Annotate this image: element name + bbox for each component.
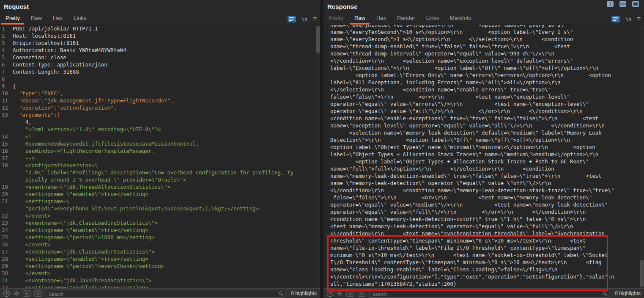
code-line: <\/selection>\r\n <condition name=\"enab… bbox=[330, 86, 644, 93]
code-line: 17 --> bbox=[2, 155, 320, 162]
code-line: operator=\"equal\" value=\"full\"\/>\r\n… bbox=[330, 208, 644, 215]
code-line: <option label=\"Object Types + Allocatio… bbox=[330, 158, 644, 165]
code-line: 2Host: localhost:8161 bbox=[2, 32, 320, 39]
code-line: 21 <settingname=\ bbox=[2, 198, 320, 205]
code-line: 22 </event> bbox=[2, 212, 320, 219]
code-line: pically around 2 % overhead.\" provider=… bbox=[2, 176, 320, 183]
response-editor[interactable]: name=\"everyMinute\">60 s<\/option>\r\n … bbox=[323, 25, 644, 288]
wrap-lines-icon[interactable] bbox=[288, 16, 296, 22]
tab-pretty[interactable]: Pretty bbox=[0, 13, 25, 25]
line-number: 30 bbox=[2, 270, 13, 277]
tab-markinfo[interactable]: MarkInfo bbox=[444, 13, 477, 25]
line-number: 22 bbox=[2, 212, 13, 219]
request-editor[interactable]: 1POST /api/jolokia/ HTTP/1.12Host: local… bbox=[0, 25, 320, 288]
line-number: 9 bbox=[2, 83, 13, 90]
line-number: 8 bbox=[2, 75, 13, 83]
highlights-count: 0 highlights bbox=[289, 290, 317, 296]
code-line: <\/condition>\r\n <text name=\"synchroni… bbox=[330, 230, 644, 237]
show-newlines-icon[interactable]: \n bbox=[301, 17, 307, 22]
line-number: 14 bbox=[2, 133, 13, 140]
layout-maximize-icon[interactable] bbox=[632, 1, 639, 7]
search-icon bbox=[278, 290, 284, 298]
next-match-button[interactable]: › bbox=[358, 290, 365, 297]
highlights-count: 0 highlights bbox=[613, 290, 641, 296]
code-line: operator=\"equal\" value=\"errors\"\/>\r… bbox=[330, 100, 644, 108]
tab-pretty[interactable]: Pretty bbox=[323, 13, 349, 25]
code-line: <\/condition>\r\n <condition name=\"memo… bbox=[330, 187, 644, 194]
panel-splitter[interactable] bbox=[320, 0, 323, 298]
prev-match-button[interactable]: ‹ bbox=[23, 290, 30, 297]
layout-controls bbox=[607, 1, 639, 7]
response-scrollbar[interactable] bbox=[640, 25, 644, 288]
tab-hex[interactable]: Hex bbox=[371, 13, 392, 25]
line-number: 4 bbox=[2, 47, 13, 54]
code-line: name=\"everySecond\">1 s<\/option>\r\n <… bbox=[330, 36, 644, 43]
tab-hex[interactable]: Hex bbox=[47, 13, 68, 25]
code-line: 8 bbox=[2, 75, 320, 83]
code-line: 24 <settingname=\"enabled\">true</settin… bbox=[2, 226, 320, 234]
help-icon[interactable]: ? bbox=[3, 290, 10, 297]
editor-menu-icon[interactable]: ≡ bbox=[637, 17, 641, 22]
search-settings-gear-icon[interactable] bbox=[14, 291, 19, 296]
line-number: 13 bbox=[2, 111, 13, 119]
tab-raw[interactable]: Raw bbox=[349, 13, 371, 25]
code-line: 16 seeWindow->FlightRecorderTemplateMana… bbox=[2, 147, 320, 155]
code-line: 32 <settingname=\"enabled\">true</settin… bbox=[2, 284, 320, 288]
request-panel: Request PrettyRawHexLinks \n ≡ 1POST /ap… bbox=[0, 0, 320, 298]
code-line: operator=\"equal\" value=\"medium\"\/>\r… bbox=[330, 201, 644, 208]
code-line: 11 "mbean":"jdk.management.jfr:type=Flig… bbox=[2, 97, 320, 104]
code-line: name=\"everyMinute\">60 s<\/option>\r\n … bbox=[330, 25, 644, 28]
layout-rows-icon[interactable] bbox=[619, 1, 626, 7]
help-icon[interactable]: ? bbox=[327, 290, 333, 297]
code-line: <condition name=\"memory-leak-detection-… bbox=[330, 215, 644, 223]
response-panel: Response PrettyRawHexRenderLinksMarkInfo… bbox=[323, 0, 644, 298]
code-line: false=\"false\">\r\n <or>\r\n <test name… bbox=[330, 194, 644, 201]
request-searchbox bbox=[46, 290, 285, 297]
code-line: "period\">everyChunk &lt;%out.println(&q… bbox=[2, 205, 320, 212]
prev-match-button[interactable]: ‹ bbox=[346, 290, 354, 297]
code-line: 28 <settingname=\"enabled\">true</settin… bbox=[2, 255, 320, 262]
show-newlines-icon[interactable]: \n bbox=[625, 17, 631, 22]
code-line: label=\"All Exceptions, including Errors… bbox=[330, 79, 644, 86]
search-input[interactable] bbox=[46, 291, 285, 298]
request-panel-title: Request bbox=[4, 3, 29, 10]
next-match-button[interactable]: › bbox=[34, 290, 42, 297]
code-line: name=\"class-loading-enabled\" label=\"C… bbox=[330, 266, 644, 273]
code-line: ull,"timestamp":1701358472,"status":200} bbox=[330, 280, 644, 287]
line-number: 15 bbox=[2, 140, 13, 147]
line-number: 6 bbox=[2, 61, 13, 68]
code-line: 15 Recommendedwaytoedit.jfcfilesistouseJ… bbox=[2, 140, 320, 147]
editor-menu-icon[interactable]: ≡ bbox=[313, 17, 317, 22]
code-line: label=\"Exceptions\">\r\n <option label=… bbox=[330, 64, 644, 72]
tab-raw[interactable]: Raw bbox=[25, 13, 47, 25]
line-number: 23 bbox=[2, 219, 13, 226]
line-number: 16 bbox=[2, 147, 13, 155]
request-scrollbar[interactable] bbox=[316, 25, 320, 288]
code-line: 12 "operation":"setConfiguration", bbox=[2, 104, 320, 111]
layout-columns-icon[interactable] bbox=[607, 1, 614, 7]
tab-links[interactable]: Links bbox=[421, 13, 444, 25]
code-line: "2.0\" label=\"Profiling\" description=\… bbox=[2, 169, 320, 176]
code-line: 13 "arguments":[ bbox=[2, 111, 320, 119]
tab-render[interactable]: Render bbox=[392, 13, 421, 25]
wrap-lines-icon[interactable] bbox=[611, 16, 620, 22]
code-line: <\/condition>\r\n <selection name=\"exce… bbox=[330, 57, 644, 64]
search-settings-gear-icon[interactable] bbox=[337, 291, 343, 296]
line-number: 12 bbox=[2, 104, 13, 111]
line-number: 25 bbox=[2, 234, 13, 241]
request-search-bar: ? ‹ › 0 highlights bbox=[0, 288, 320, 298]
line-number: 26 bbox=[2, 241, 13, 248]
code-line: 4, bbox=[2, 119, 320, 126]
code-line: 26 </event> bbox=[2, 241, 320, 248]
code-line: 3Origin:localhost:8161 bbox=[2, 39, 320, 47]
search-input[interactable] bbox=[369, 291, 609, 298]
code-line: I\/O Threshold\" contentType=\"timespan\… bbox=[330, 259, 644, 266]
tab-links[interactable]: Links bbox=[68, 13, 92, 25]
code-line: 7Content-Length: 31688 bbox=[2, 68, 320, 75]
code-line: name=\"thread-dump-interval\" operator=\… bbox=[330, 50, 644, 57]
code-line: 14 <!-- bbox=[2, 133, 320, 140]
code-line: operator=\"equal\" value=\"all\"\/>\r\n … bbox=[330, 108, 644, 115]
code-line: name=\"thread-dump-enabled\" true=\"fals… bbox=[330, 43, 644, 50]
code-line: 9{ bbox=[2, 83, 320, 90]
response-code: name=\"everyMinute\">60 s<\/option>\r\n … bbox=[323, 25, 644, 287]
